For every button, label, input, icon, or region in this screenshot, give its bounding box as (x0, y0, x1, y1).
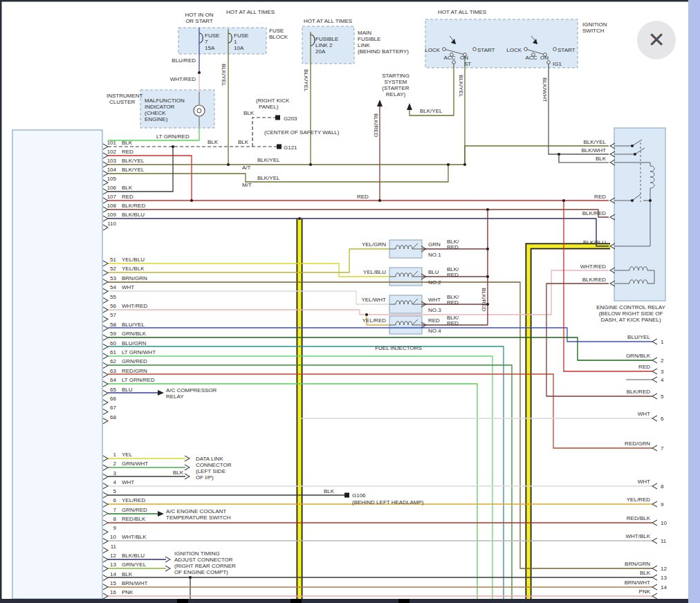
diagram-label: (BEHIND BATTERY) (358, 48, 409, 55)
diagram-label: BLK (243, 110, 255, 116)
diagram-label: CONNECTOR (196, 462, 232, 468)
diagram-label: LINK 2 (315, 42, 333, 48)
right-pin-number: 14 (661, 584, 667, 591)
junction-dot (463, 163, 466, 166)
diagram-label: HOT AT ALL TIMES (304, 18, 352, 24)
right-pin-number: 2 (661, 358, 664, 364)
right-pin-label: RED/BLK (627, 515, 651, 521)
diagram-label: BLK/YEL (257, 157, 280, 163)
right-pin-number: 11 (661, 538, 667, 544)
junction-dot (486, 248, 489, 250)
diagram-label: 10A (234, 45, 244, 51)
diagram-label: FUSE (205, 33, 219, 39)
pin-label: WHT (122, 284, 134, 290)
junction-dot (298, 217, 301, 220)
diagram-label: 20A (315, 48, 326, 55)
pin-label: RED (122, 149, 133, 155)
pin-number: 15 (110, 580, 116, 586)
diagram-label: (CHECK (145, 110, 166, 116)
diagram-label: ON (460, 55, 468, 61)
diagram-label: HOT IN ON (185, 12, 213, 18)
right-pin-number: 1 (661, 339, 664, 345)
pin-label: BRN/GRN (122, 275, 147, 281)
diagram-label: 7 (205, 39, 208, 45)
injector-input-label: YEL/RED (362, 317, 386, 324)
diagram-label: WHT/RED (580, 263, 607, 270)
diagram-label: CLUSTER (109, 99, 136, 105)
pin-label: GRN/BLK (122, 331, 147, 337)
pin-number: 59 (110, 331, 116, 337)
pin-label: BLK (122, 571, 133, 577)
pin-number: 108 (107, 203, 117, 209)
right-pin-label: BLK/RED (627, 389, 650, 395)
junction-dot (378, 199, 381, 202)
diagram-label: (RIGHT KICK (256, 98, 290, 104)
diagram-label: BLK/WHT (542, 77, 548, 102)
right-pin-label: BLU/YEL (627, 334, 650, 340)
diagram-label: BLK/RED (582, 277, 606, 283)
diagram-label: RELAY) (386, 91, 406, 98)
diagram-label: LOCK (425, 47, 440, 53)
diagram-label: ACC (444, 55, 456, 61)
scrollbar[interactable] (688, 0, 700, 603)
pin-label: GRN/RED (122, 507, 147, 513)
diagram-label: OR START (185, 18, 213, 24)
diagram-label: ADJUST CONNECTOR (174, 557, 233, 563)
right-pin-number: 13 (661, 575, 667, 581)
pin-number: 7 (113, 507, 117, 513)
right-pin-number: 5 (661, 393, 664, 400)
diagram-label: MALFUNCTION (145, 98, 185, 104)
diagram-label: (BEHIND LEFT HEADLAMP) (352, 499, 424, 505)
pin-number: 14 (110, 571, 116, 577)
right-pin-number: 7 (661, 445, 664, 452)
junction-dot (309, 163, 312, 166)
diagram-label: MAIN (358, 30, 371, 36)
pin-number: 51 (110, 257, 116, 263)
diagram-label: ON (540, 55, 549, 61)
injector-return-label: RED (447, 299, 459, 306)
diagram-label: STARTING (382, 73, 409, 79)
right-pin-number: 8 (661, 483, 664, 490)
pin-label: GRN/YEL (122, 562, 147, 568)
pin-label: LT GRN/WHT (122, 349, 156, 355)
right-pin-label: BLK (640, 570, 651, 576)
pin-label: YEL (122, 452, 133, 458)
diagram-label: SWITCH (582, 28, 605, 34)
injector-number: NO.2 (428, 279, 441, 286)
pin-number: 63 (110, 368, 116, 374)
diagram-label: OF ENGINE COMPT) (174, 569, 228, 575)
pin-label: BLK/RED (122, 203, 145, 209)
diagram-label: BLK (596, 156, 607, 162)
diagram-label: RED (594, 194, 606, 200)
diagram-label: BLK/RED (481, 288, 487, 311)
pin-label: BLK/YEL (122, 158, 145, 164)
diagram-label: HOT AT ALL TIMES (438, 9, 486, 15)
right-pin-label: GRN/BLK (626, 353, 651, 359)
diagram-label: BLK (238, 139, 249, 145)
pin-number: 55 (110, 294, 116, 300)
ground-g203-icon (275, 115, 280, 120)
junction-dot (227, 163, 230, 166)
pin-label: GRN/RED (122, 358, 147, 364)
junction-dot (447, 163, 450, 166)
pin-number: 54 (110, 284, 116, 290)
diagram-label: BLK/YEL (257, 175, 280, 181)
diagram-label: IGNITION TIMING (174, 550, 220, 557)
right-pin-label: BRN/WHT (625, 579, 650, 586)
injector-return-label: RED (447, 272, 459, 278)
right-pin-label: WHT/BLK (625, 533, 650, 539)
diagram-label: WHT/RED (170, 76, 196, 82)
junction-dot (172, 145, 174, 148)
diagram-label: G203 (284, 115, 297, 122)
diagram-label: (LEFT SIDE (196, 468, 225, 474)
ground-g121-icon (277, 145, 282, 149)
pin-number: 109 (107, 212, 117, 218)
right-pin-label: RED (638, 364, 650, 370)
pin-number: 58 (110, 322, 116, 328)
diagram-label: START (477, 47, 495, 53)
close-button[interactable]: ✕ (637, 21, 676, 59)
diagram-label: LOCK (506, 47, 522, 53)
diagram-label: BLK/BLU (583, 239, 606, 245)
right-pin-label: WHT (638, 411, 650, 417)
junction-dot (198, 71, 201, 74)
